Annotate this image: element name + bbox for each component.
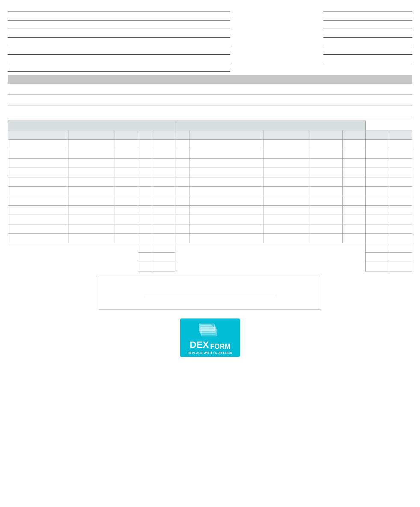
right-field-4[interactable] <box>323 30 412 38</box>
summary-row-3 <box>8 262 412 271</box>
table-row <box>8 196 412 206</box>
summary-label-3 <box>138 262 152 271</box>
summary-right-val-3b[interactable] <box>389 262 412 271</box>
table-row <box>8 224 412 234</box>
table-row <box>8 140 412 149</box>
summary-label-1 <box>138 243 152 253</box>
summary-right-val-2b[interactable] <box>389 253 412 262</box>
top-section <box>8 4 412 72</box>
cell[interactable] <box>175 140 189 149</box>
right-field-7[interactable] <box>323 56 412 63</box>
col-header-6 <box>263 130 310 140</box>
table-row <box>8 234 412 243</box>
summary-val-1[interactable] <box>152 243 175 253</box>
main-table-wrapper <box>8 121 412 271</box>
cell[interactable] <box>389 140 412 149</box>
cell[interactable] <box>8 140 68 149</box>
cell[interactable] <box>115 140 138 149</box>
logo-form-text: FORM <box>210 343 231 351</box>
summary-label-2 <box>138 253 152 262</box>
notes-box[interactable] <box>99 276 321 310</box>
table-row <box>8 206 412 215</box>
address-right <box>323 4 412 72</box>
summary-right-val-1b[interactable] <box>389 243 412 253</box>
right-field-6[interactable] <box>323 47 412 55</box>
summary-row-1 <box>8 243 412 253</box>
cell[interactable] <box>68 140 115 149</box>
logo-icon-svg <box>199 321 221 338</box>
summary-right-val-3[interactable] <box>366 262 389 271</box>
col-header-4b <box>175 130 189 140</box>
summary-val-2[interactable] <box>152 253 175 262</box>
table-row <box>8 187 412 196</box>
table-row <box>8 168 412 177</box>
main-table <box>8 121 412 271</box>
address-line-2[interactable] <box>8 13 230 21</box>
address-line-7[interactable] <box>8 56 230 63</box>
cell[interactable] <box>138 140 152 149</box>
col-header-4 <box>152 130 175 140</box>
right-field-2[interactable] <box>323 13 412 21</box>
table-row <box>8 215 412 224</box>
logo-area: DEX FORM REPLACE WITH YOUR LOGO <box>8 318 412 357</box>
col-header-5 <box>189 130 263 140</box>
right-field-1[interactable] <box>323 4 412 12</box>
logo-dex-text: DEX <box>189 339 209 351</box>
address-line-5[interactable] <box>8 38 230 46</box>
address-left <box>8 4 230 72</box>
address-line-4[interactable] <box>8 30 230 38</box>
cell[interactable] <box>343 140 366 149</box>
section-divider-bar <box>8 75 412 84</box>
right-field-5[interactable] <box>323 38 412 46</box>
address-line-1[interactable] <box>8 4 230 12</box>
summary-val-3[interactable] <box>152 262 175 271</box>
group-header-right <box>175 121 366 130</box>
address-line-3[interactable] <box>8 21 230 29</box>
right-field-3[interactable] <box>323 21 412 29</box>
notes-underline <box>145 296 274 296</box>
table-row <box>8 159 412 168</box>
cell[interactable] <box>189 140 263 149</box>
summary-right-val-1[interactable] <box>366 243 389 253</box>
line-field-2[interactable] <box>8 97 412 106</box>
logo-tagline: REPLACE WITH YOUR LOGO <box>188 351 232 354</box>
col-header-8 <box>343 130 366 140</box>
address-line-6[interactable] <box>8 47 230 55</box>
cell[interactable] <box>263 140 310 149</box>
dexform-logo: DEX FORM REPLACE WITH YOUR LOGO <box>180 318 240 357</box>
group-header-left <box>8 121 175 130</box>
col-header-10 <box>389 130 412 140</box>
line-field-1[interactable] <box>8 85 412 95</box>
col-header-2 <box>68 130 115 140</box>
col-header-1 <box>8 130 68 140</box>
cell[interactable] <box>366 140 389 149</box>
col-header-9 <box>366 130 389 140</box>
cell[interactable] <box>152 140 175 149</box>
table-row <box>8 149 412 159</box>
cell[interactable] <box>310 140 343 149</box>
col-header-3 <box>115 130 138 140</box>
table-row <box>8 177 412 187</box>
summary-right-val-2[interactable] <box>366 253 389 262</box>
address-line-8[interactable] <box>8 64 230 72</box>
summary-row-2 <box>8 253 412 262</box>
col-header-7 <box>310 130 343 140</box>
line-field-3[interactable] <box>8 108 412 117</box>
col-header-3b <box>138 130 152 140</box>
